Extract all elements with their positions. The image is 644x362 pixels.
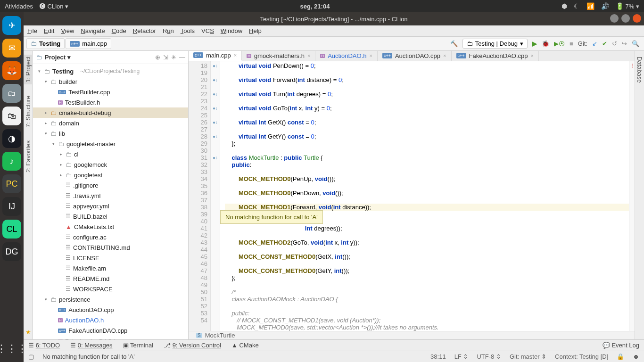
scroll-from-source-icon[interactable]: ⊕ <box>155 54 160 61</box>
tab-gmock-matchers[interactable]: Hgmock-matchers.h× <box>242 51 315 61</box>
debug-button-icon[interactable]: 🐞 <box>542 40 549 47</box>
run-context[interactable]: Context: Testing [D] <box>555 353 608 360</box>
dock-steam-icon[interactable]: ◑ <box>2 129 21 148</box>
dock-apps-icon[interactable]: ⋮⋮⋮ <box>2 339 21 358</box>
tab-auctiondao-cpp[interactable]: c++AuctionDAO.cpp× <box>378 51 452 61</box>
hector-icon[interactable]: ☻ <box>633 353 639 360</box>
tool-terminal[interactable]: ▣ Terminal <box>123 342 154 349</box>
run-with-coverage-icon[interactable]: ▶⦿ <box>554 40 565 47</box>
status-bar: ▢ No matching function for call to 'A' 3… <box>24 351 644 362</box>
editor-breadcrumb[interactable]: S MockTurtle <box>189 331 635 339</box>
tool-vcs[interactable]: ⎇ 9: Version Control <box>164 342 221 349</box>
search-everywhere-icon[interactable]: 🔍 <box>632 40 639 47</box>
git-commit-icon[interactable]: ✔ <box>602 40 607 47</box>
night-icon[interactable]: ☾ <box>574 2 580 10</box>
dock-mail-icon[interactable]: ✉ <box>2 39 21 58</box>
volume-icon[interactable]: 🔊 <box>601 2 609 10</box>
error-marker-icon[interactable]: ! <box>632 62 634 69</box>
git-branch[interactable]: Git: master ⇕ <box>510 353 546 360</box>
editor-area: c++main.cpp× Hgmock-matchers.h× HAuction… <box>189 51 635 339</box>
error-stripe[interactable]: ! <box>629 61 635 331</box>
dock-spotify-icon[interactable]: ♪ <box>2 152 21 171</box>
main-menubar: File Edit View Navigate Code Refactor Ru… <box>24 25 644 37</box>
dock-intellij-icon[interactable]: IJ <box>2 197 21 216</box>
menu-file[interactable]: File <box>27 27 37 34</box>
struct-icon: S <box>196 333 202 338</box>
dock-firefox-icon[interactable]: 🦊 <box>2 61 21 80</box>
tab-main-cpp[interactable]: c++main.cpp× <box>189 51 242 61</box>
toolwindow-project-tab[interactable]: 1: Project <box>24 55 32 84</box>
run-config-dropdown[interactable]: 🗀 Testing | Debug ▾ <box>462 39 528 49</box>
tool-eventlog[interactable]: 💬 Event Log <box>603 342 639 349</box>
wifi-icon[interactable]: 📶 <box>586 2 594 10</box>
project-tool-window: 🗀 Project ▾ ⊕ ⇲ ✳ — ▾🗀Testing ~/CLionPro… <box>33 51 189 339</box>
toolwindow-favorites-tab[interactable]: 2: Favorites <box>24 139 32 174</box>
dropbox-icon[interactable]: ⬢ <box>561 2 567 10</box>
editor-tabs: c++main.cpp× Hgmock-matchers.h× HAuction… <box>189 51 635 61</box>
line-separator[interactable]: LF ⇕ <box>454 353 469 360</box>
toolwindow-database-tab[interactable]: Database <box>636 55 644 85</box>
menu-code[interactable]: Code <box>112 27 126 34</box>
window-titlebar: Testing [~/CLionProjects/Testing] - .../… <box>24 12 644 25</box>
statusbar-quicklist-icon[interactable]: ▢ <box>28 353 34 360</box>
tree-cmake-build-debug[interactable]: ▸🗀cmake-build-debug <box>33 107 188 118</box>
hide-icon[interactable]: — <box>179 54 185 61</box>
run-button-icon[interactable]: ▶ <box>532 40 537 47</box>
dock-software-icon[interactable]: 🛍 <box>2 107 21 125</box>
project-tree[interactable]: ▾🗀Testing ~/CLionProjects/Testing ▾🗀buil… <box>33 64 188 339</box>
caret-position[interactable]: 38:11 <box>430 353 446 360</box>
code-surface[interactable]: virtual void PenDown() = 0; virtual void… <box>220 61 635 331</box>
battery-label[interactable]: 🔋 7% ▾ <box>616 2 639 10</box>
collapse-all-icon[interactable]: ⇲ <box>163 54 168 61</box>
settings-icon[interactable]: ✳ <box>171 54 176 61</box>
toolwindow-star-icon[interactable]: ★ <box>25 329 31 339</box>
navigation-bar: 🗀Testing c++main.cpp 🔨 🗀 Testing | Debug… <box>24 37 644 51</box>
close-icon[interactable]: × <box>370 53 372 58</box>
close-icon[interactable]: × <box>531 53 534 58</box>
menu-edit[interactable]: Edit <box>44 27 54 34</box>
close-icon[interactable]: × <box>307 53 310 58</box>
activities-label[interactable]: Atividades <box>5 3 33 10</box>
menu-vcs[interactable]: VCS <box>201 27 214 34</box>
code-editor[interactable]: 1819202122232425262728293031323334353637… <box>189 61 635 331</box>
git-update-icon[interactable]: ↙ <box>592 40 597 47</box>
close-icon[interactable]: × <box>443 53 446 58</box>
tab-fakeauctiondao-cpp[interactable]: c++FakeAuctionDAO.cpp× <box>452 51 539 61</box>
lock-icon[interactable]: 🔒 <box>617 353 624 360</box>
menu-view[interactable]: View <box>61 27 74 34</box>
menu-help[interactable]: Help <box>249 27 262 34</box>
crumb-file[interactable]: c++main.cpp <box>66 38 111 49</box>
dock-pycharm-icon[interactable]: PC <box>2 174 21 193</box>
dock-clion-icon[interactable]: CL <box>2 220 21 239</box>
folder-icon: 🗀 <box>31 40 37 47</box>
tool-messages[interactable]: ☰ 0: Messages <box>70 342 112 349</box>
dock-telegram-icon[interactable]: ✈ <box>2 16 21 35</box>
menu-window[interactable]: Window <box>221 27 242 34</box>
tool-todo[interactable]: ☰ 6: TODO <box>28 342 60 349</box>
git-history-icon[interactable]: ↺ <box>612 40 617 47</box>
menu-navigate[interactable]: Navigate <box>81 27 105 34</box>
line-number-gutter: 1819202122232425262728293031323334353637… <box>189 61 211 331</box>
dock-files-icon[interactable]: 🗂 <box>2 84 21 103</box>
close-icon[interactable]: × <box>234 52 237 58</box>
crumb-project[interactable]: 🗀Testing <box>26 38 65 49</box>
stop-button-icon[interactable]: ■ <box>570 40 573 47</box>
tab-auctiondao-h[interactable]: HAuctionDAO.h× <box>315 51 378 61</box>
project-view-title[interactable]: Project ▾ <box>45 54 71 61</box>
git-revert-icon[interactable]: ↪ <box>622 40 627 47</box>
menu-tools[interactable]: Tools <box>181 27 195 34</box>
menu-run[interactable]: Run <box>163 27 174 34</box>
window-maximize-button[interactable] <box>621 14 630 23</box>
menu-refactor[interactable]: Refactor <box>133 27 156 34</box>
file-encoding[interactable]: UTF-8 ⇕ <box>477 353 501 360</box>
toolwindow-structure-tab[interactable]: 7: Structure <box>24 94 32 129</box>
window-close-button[interactable] <box>633 14 641 23</box>
window-minimize-button[interactable] <box>610 14 619 23</box>
dock-datagrip-icon[interactable]: DG <box>2 242 21 261</box>
build-icon[interactable]: 🔨 <box>450 40 458 47</box>
status-message: No matching function for call to 'A' <box>42 353 422 360</box>
tool-cmake[interactable]: ▲ CMake <box>231 342 259 349</box>
project-view-icon[interactable]: 🗀 <box>36 54 42 61</box>
bottom-tool-row: ☰ 6: TODO ☰ 0: Messages ▣ Terminal ⎇ 9: … <box>24 339 644 351</box>
app-indicator[interactable]: 🅒 CLion ▾ <box>40 3 68 10</box>
